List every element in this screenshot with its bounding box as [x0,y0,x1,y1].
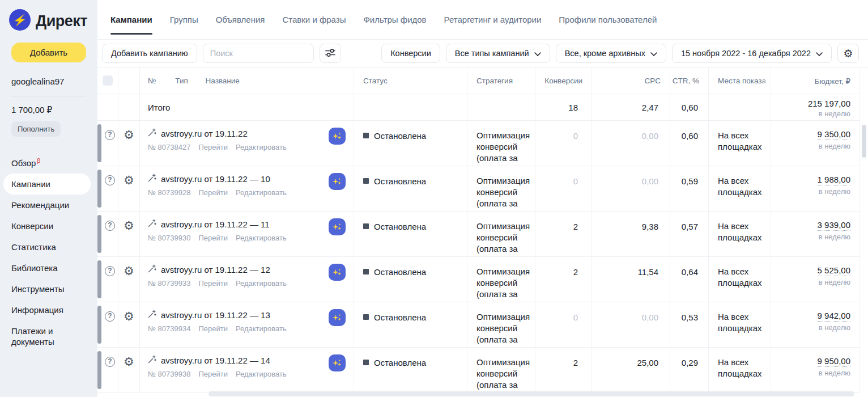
strategy-cell: Оптимизация конверсий (оплата за [467,257,535,302]
campaign-wizard-icon [148,264,156,274]
column-header-budget[interactable]: Бюджет, ₽ [771,67,860,94]
sidebar-item-overview[interactable]: Обзорβ [0,150,97,174]
go-to-campaign-link[interactable]: Перейти [198,370,228,378]
archive-filter[interactable]: Все, кроме архивных [556,44,666,63]
go-to-campaign-link[interactable]: Перейти [198,324,228,333]
tab-ads[interactable]: Объявления [216,0,265,39]
campaign-name[interactable]: avstroyy.ru от 19.11.22 — 10 [161,174,270,184]
go-to-campaign-link[interactable]: Перейти [198,188,228,197]
help-icon[interactable]: ? [105,357,115,367]
tab-bids-phrases[interactable]: Ставки и фразы [282,0,346,39]
budget-value[interactable]: 9 350,00 [818,129,850,140]
status-text: Остановлена [374,176,426,186]
row-settings-gear-icon[interactable]: ⚙ [124,128,134,141]
add-button[interactable]: Добавить [11,43,86,62]
edit-campaign-link[interactable]: Редактировать [236,188,287,197]
add-campaign-button[interactable]: Добавить кампанию [102,44,197,63]
cpc-cell: 9,38 [592,212,670,256]
row-settings-gear-icon[interactable]: ⚙ [124,310,134,323]
tab-retargeting[interactable]: Ретаргетинг и аудитории [444,0,542,39]
go-to-campaign-link[interactable]: Перейти [198,234,228,242]
sidebar-item-statistics[interactable]: Статистика [0,236,97,257]
tab-campaigns[interactable]: Кампании [110,0,152,39]
campaign-name[interactable]: avstroyy.ru от 19.11.22 — 13 [161,310,270,320]
help-icon[interactable]: ? [105,130,115,140]
column-header-name-group[interactable]: № Тип Название [139,67,354,94]
tab-user-profiles[interactable]: Профили пользователей [559,0,657,39]
logo[interactable]: Директ [0,0,97,33]
column-header-status[interactable]: Статус [354,67,467,94]
row-settings-gear-icon[interactable]: ⚙ [124,264,134,277]
totals-row: Итого 18 2,47 0,60 215 197,00 в неделю [97,94,860,121]
sidebar-item-library[interactable]: Библиотека [0,257,97,278]
strategy-cell: Оптимизация конверсий (оплата за [467,348,535,392]
row-drag-handle[interactable] [97,306,101,344]
campaign-name[interactable]: avstroyy.ru от 19.11.22 — 11 [161,219,270,229]
campaign-type-filter[interactable]: Все типы кампаний [446,44,550,63]
row-drag-handle[interactable] [97,124,101,162]
campaign-name[interactable]: avstroyy.ru от 19.11.22 [161,129,248,138]
logo-text: Директ [36,12,87,30]
date-range-picker[interactable]: 15 ноября 2022 - 16 декабря 2022 [672,44,832,63]
sidebar-nav: Обзорβ Кампании Рекомендации Конверсии С… [0,150,97,352]
help-icon[interactable]: ? [105,311,115,322]
search-input[interactable] [203,44,314,63]
help-icon[interactable]: ? [105,221,115,231]
budget-value[interactable]: 1 988,00 [818,175,850,185]
column-header-type[interactable]: Тип [175,77,188,85]
sidebar-item-campaigns[interactable]: Кампании [3,174,91,195]
sidebar-item-payments[interactable]: Платежи и документы [0,320,74,352]
sidebar-item-tools[interactable]: Инструменты [0,278,97,299]
column-header-cpc[interactable]: CPC [592,67,670,94]
sliders-icon [325,48,335,59]
edit-campaign-link[interactable]: Редактировать [236,143,287,151]
tab-feed-filters[interactable]: Фильтры фидов [363,0,426,39]
column-header-num[interactable]: № [148,77,156,85]
go-to-campaign-link[interactable]: Перейти [198,279,228,288]
campaign-name[interactable]: avstroyy.ru от 19.11.22 — 14 [161,356,270,365]
horizontal-scrollbar-thumb[interactable] [209,391,854,396]
edit-campaign-link[interactable]: Редактировать [236,324,287,333]
campaign-master-badge [329,309,346,326]
column-header-placements[interactable]: Места показа [708,67,771,94]
go-to-campaign-link[interactable]: Перейти [198,143,228,151]
row-settings-gear-icon[interactable]: ⚙ [124,355,134,368]
column-header-conversions[interactable]: Конверсии [535,67,592,94]
column-header-title[interactable]: Название [206,77,240,85]
tab-groups[interactable]: Группы [170,0,198,39]
budget-value[interactable]: 9 950,00 [818,356,850,367]
sidebar-item-recommendations[interactable]: Рекомендации [0,195,97,216]
status-stopped-icon [363,360,369,365]
row-drag-handle[interactable] [97,170,101,208]
edit-campaign-link[interactable]: Редактировать [236,234,287,242]
budget-value[interactable]: 5 525,00 [818,265,850,276]
budget-value[interactable]: 9 942,00 [818,311,850,322]
status-text: Остановлена [374,312,426,322]
edit-campaign-link[interactable]: Редактировать [236,279,287,288]
column-header-strategy[interactable]: Стратегия [467,67,535,94]
help-icon[interactable]: ? [105,175,115,185]
row-drag-handle[interactable] [97,351,101,389]
status-stopped-icon [363,178,369,184]
username[interactable]: googlealina97 [0,62,97,86]
conversions-button[interactable]: Конверсии [381,44,440,63]
row-settings-gear-icon[interactable]: ⚙ [124,219,134,232]
topup-button[interactable]: Пополнить [11,121,61,137]
sidebar-item-conversions[interactable]: Конверсии [0,216,97,236]
budget-cell: 3 939,00 в неделю [771,212,860,256]
row-drag-handle[interactable] [97,260,101,298]
table-settings-button[interactable]: ⚙ [837,44,859,63]
filters-button[interactable] [320,44,341,63]
row-settings-gear-icon[interactable]: ⚙ [124,174,134,187]
campaign-number: № 80739933 [148,279,190,288]
vertical-scrollbar-thumb[interactable] [862,125,866,158]
help-icon[interactable]: ? [105,266,115,276]
edit-campaign-link[interactable]: Редактировать [236,370,287,378]
sidebar-item-information[interactable]: Информация [0,299,97,320]
select-all-checkbox[interactable] [103,75,113,86]
cpc-cell: 11,54 [592,257,670,302]
row-drag-handle[interactable] [97,215,101,253]
column-header-ctr[interactable]: CTR, % [670,67,708,94]
budget-value[interactable]: 3 939,00 [818,220,850,231]
campaign-name[interactable]: avstroyy.ru от 19.11.22 — 12 [161,265,270,274]
